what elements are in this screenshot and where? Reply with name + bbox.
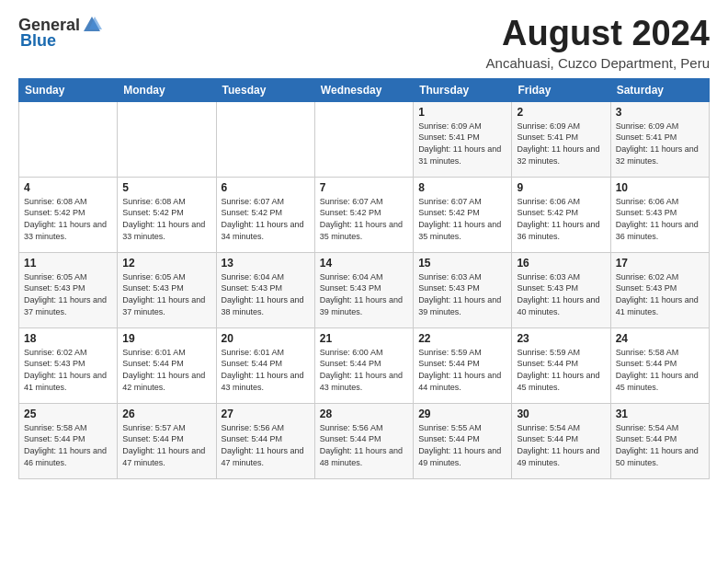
weekday-header: Thursday bbox=[414, 78, 512, 101]
calendar-cell: 19Sunrise: 6:01 AM Sunset: 5:44 PM Dayli… bbox=[118, 327, 216, 403]
calendar-cell: 29Sunrise: 5:55 AM Sunset: 5:44 PM Dayli… bbox=[414, 403, 512, 478]
day-detail: Sunrise: 6:04 AM Sunset: 5:43 PM Dayligh… bbox=[320, 271, 408, 317]
calendar-cell: 14Sunrise: 6:04 AM Sunset: 5:43 PM Dayli… bbox=[314, 252, 413, 327]
calendar-cell: 21Sunrise: 6:00 AM Sunset: 5:44 PM Dayli… bbox=[314, 327, 413, 403]
day-detail: Sunrise: 6:07 AM Sunset: 5:42 PM Dayligh… bbox=[320, 196, 408, 242]
calendar-table: SundayMondayTuesdayWednesdayThursdayFrid… bbox=[18, 78, 710, 479]
day-number: 5 bbox=[122, 181, 210, 194]
day-number: 20 bbox=[222, 332, 310, 345]
calendar-cell: 11Sunrise: 6:05 AM Sunset: 5:43 PM Dayli… bbox=[19, 252, 118, 327]
day-number: 7 bbox=[320, 181, 408, 194]
day-detail: Sunrise: 6:04 AM Sunset: 5:43 PM Dayligh… bbox=[222, 271, 310, 317]
calendar-cell: 25Sunrise: 5:58 AM Sunset: 5:44 PM Dayli… bbox=[19, 403, 118, 478]
day-detail: Sunrise: 5:59 AM Sunset: 5:44 PM Dayligh… bbox=[418, 347, 506, 393]
day-detail: Sunrise: 6:05 AM Sunset: 5:43 PM Dayligh… bbox=[24, 271, 112, 317]
day-detail: Sunrise: 6:06 AM Sunset: 5:42 PM Dayligh… bbox=[517, 196, 605, 242]
calendar-cell: 6Sunrise: 6:07 AM Sunset: 5:42 PM Daylig… bbox=[216, 177, 314, 252]
day-number: 28 bbox=[320, 408, 408, 420]
day-detail: Sunrise: 6:05 AM Sunset: 5:43 PM Dayligh… bbox=[122, 271, 210, 317]
calendar-cell: 17Sunrise: 6:02 AM Sunset: 5:43 PM Dayli… bbox=[610, 252, 709, 327]
day-detail: Sunrise: 6:08 AM Sunset: 5:42 PM Dayligh… bbox=[122, 196, 210, 242]
day-number: 15 bbox=[418, 257, 506, 270]
calendar-week-row: 4Sunrise: 6:08 AM Sunset: 5:42 PM Daylig… bbox=[19, 177, 710, 252]
calendar-cell: 31Sunrise: 5:54 AM Sunset: 5:44 PM Dayli… bbox=[610, 403, 709, 478]
day-detail: Sunrise: 6:01 AM Sunset: 5:44 PM Dayligh… bbox=[122, 347, 210, 393]
day-number: 19 bbox=[122, 332, 210, 345]
day-number: 31 bbox=[616, 408, 704, 420]
day-number: 26 bbox=[122, 408, 210, 420]
day-detail: Sunrise: 5:54 AM Sunset: 5:44 PM Dayligh… bbox=[616, 422, 704, 468]
calendar-week-row: 18Sunrise: 6:02 AM Sunset: 5:43 PM Dayli… bbox=[19, 327, 710, 403]
calendar-cell: 9Sunrise: 6:06 AM Sunset: 5:42 PM Daylig… bbox=[512, 177, 610, 252]
day-number: 13 bbox=[222, 257, 310, 270]
day-number: 27 bbox=[222, 408, 310, 420]
location-title: Ancahuasi, Cuzco Department, Peru bbox=[486, 55, 710, 71]
logo-blue-text: Blue bbox=[20, 31, 56, 51]
day-number: 11 bbox=[24, 257, 112, 270]
day-detail: Sunrise: 6:08 AM Sunset: 5:42 PM Dayligh… bbox=[24, 196, 112, 242]
weekday-header: Monday bbox=[118, 78, 216, 101]
day-detail: Sunrise: 6:06 AM Sunset: 5:43 PM Dayligh… bbox=[616, 196, 704, 242]
day-number: 25 bbox=[24, 408, 112, 420]
day-detail: Sunrise: 6:03 AM Sunset: 5:43 PM Dayligh… bbox=[418, 271, 506, 317]
calendar-cell: 13Sunrise: 6:04 AM Sunset: 5:43 PM Dayli… bbox=[216, 252, 314, 327]
day-detail: Sunrise: 5:54 AM Sunset: 5:44 PM Dayligh… bbox=[517, 422, 605, 468]
day-detail: Sunrise: 6:01 AM Sunset: 5:44 PM Dayligh… bbox=[222, 347, 310, 393]
day-number: 21 bbox=[320, 332, 408, 345]
day-detail: Sunrise: 5:55 AM Sunset: 5:44 PM Dayligh… bbox=[418, 422, 506, 468]
calendar-cell: 27Sunrise: 5:56 AM Sunset: 5:44 PM Dayli… bbox=[216, 403, 314, 478]
day-detail: Sunrise: 6:07 AM Sunset: 5:42 PM Dayligh… bbox=[418, 196, 506, 242]
calendar-cell: 26Sunrise: 5:57 AM Sunset: 5:44 PM Dayli… bbox=[118, 403, 216, 478]
calendar-cell: 4Sunrise: 6:08 AM Sunset: 5:42 PM Daylig… bbox=[19, 177, 118, 252]
day-number: 16 bbox=[517, 257, 605, 270]
calendar-cell: 2Sunrise: 6:09 AM Sunset: 5:41 PM Daylig… bbox=[512, 101, 610, 177]
weekday-header: Sunday bbox=[19, 78, 118, 101]
day-detail: Sunrise: 6:07 AM Sunset: 5:42 PM Dayligh… bbox=[222, 196, 310, 242]
day-number: 1 bbox=[418, 106, 506, 119]
calendar-cell: 7Sunrise: 6:07 AM Sunset: 5:42 PM Daylig… bbox=[314, 177, 413, 252]
day-number: 30 bbox=[517, 408, 605, 420]
day-number: 14 bbox=[320, 257, 408, 270]
day-number: 3 bbox=[616, 106, 704, 119]
calendar-cell bbox=[19, 101, 118, 177]
page: General Blue August 2024 Ancahuasi, Cuzc… bbox=[0, 0, 728, 563]
day-detail: Sunrise: 6:02 AM Sunset: 5:43 PM Dayligh… bbox=[616, 271, 704, 317]
logo-icon bbox=[82, 15, 102, 35]
calendar-cell: 23Sunrise: 5:59 AM Sunset: 5:44 PM Dayli… bbox=[512, 327, 610, 403]
day-number: 10 bbox=[616, 181, 704, 194]
day-detail: Sunrise: 5:57 AM Sunset: 5:44 PM Dayligh… bbox=[122, 422, 210, 468]
weekday-header: Wednesday bbox=[314, 78, 413, 101]
day-number: 22 bbox=[418, 332, 506, 345]
weekday-header: Saturday bbox=[610, 78, 709, 101]
day-detail: Sunrise: 6:02 AM Sunset: 5:43 PM Dayligh… bbox=[24, 347, 112, 393]
day-detail: Sunrise: 6:09 AM Sunset: 5:41 PM Dayligh… bbox=[418, 121, 506, 167]
day-number: 2 bbox=[517, 106, 605, 119]
day-detail: Sunrise: 6:03 AM Sunset: 5:43 PM Dayligh… bbox=[517, 271, 605, 317]
calendar-cell: 18Sunrise: 6:02 AM Sunset: 5:43 PM Dayli… bbox=[19, 327, 118, 403]
calendar-cell: 3Sunrise: 6:09 AM Sunset: 5:41 PM Daylig… bbox=[610, 101, 709, 177]
calendar-cell: 16Sunrise: 6:03 AM Sunset: 5:43 PM Dayli… bbox=[512, 252, 610, 327]
day-number: 17 bbox=[616, 257, 704, 270]
header: General Blue August 2024 Ancahuasi, Cuzc… bbox=[18, 15, 710, 71]
day-number: 6 bbox=[222, 181, 310, 194]
day-number: 8 bbox=[418, 181, 506, 194]
day-detail: Sunrise: 5:59 AM Sunset: 5:44 PM Dayligh… bbox=[517, 347, 605, 393]
weekday-header: Friday bbox=[512, 78, 610, 101]
logo: General Blue bbox=[18, 15, 102, 51]
calendar-cell bbox=[118, 101, 216, 177]
month-title: August 2024 bbox=[486, 15, 710, 53]
calendar-cell: 24Sunrise: 5:58 AM Sunset: 5:44 PM Dayli… bbox=[610, 327, 709, 403]
day-detail: Sunrise: 6:09 AM Sunset: 5:41 PM Dayligh… bbox=[517, 121, 605, 167]
calendar-cell: 22Sunrise: 5:59 AM Sunset: 5:44 PM Dayli… bbox=[414, 327, 512, 403]
calendar-cell: 12Sunrise: 6:05 AM Sunset: 5:43 PM Dayli… bbox=[118, 252, 216, 327]
day-number: 12 bbox=[122, 257, 210, 270]
calendar-week-row: 11Sunrise: 6:05 AM Sunset: 5:43 PM Dayli… bbox=[19, 252, 710, 327]
calendar-cell: 5Sunrise: 6:08 AM Sunset: 5:42 PM Daylig… bbox=[118, 177, 216, 252]
title-section: August 2024 Ancahuasi, Cuzco Department,… bbox=[486, 15, 710, 71]
calendar-cell: 30Sunrise: 5:54 AM Sunset: 5:44 PM Dayli… bbox=[512, 403, 610, 478]
calendar-week-row: 25Sunrise: 5:58 AM Sunset: 5:44 PM Dayli… bbox=[19, 403, 710, 478]
day-number: 23 bbox=[517, 332, 605, 345]
calendar-cell: 10Sunrise: 6:06 AM Sunset: 5:43 PM Dayli… bbox=[610, 177, 709, 252]
day-detail: Sunrise: 5:58 AM Sunset: 5:44 PM Dayligh… bbox=[616, 347, 704, 393]
calendar-week-row: 1Sunrise: 6:09 AM Sunset: 5:41 PM Daylig… bbox=[19, 101, 710, 177]
